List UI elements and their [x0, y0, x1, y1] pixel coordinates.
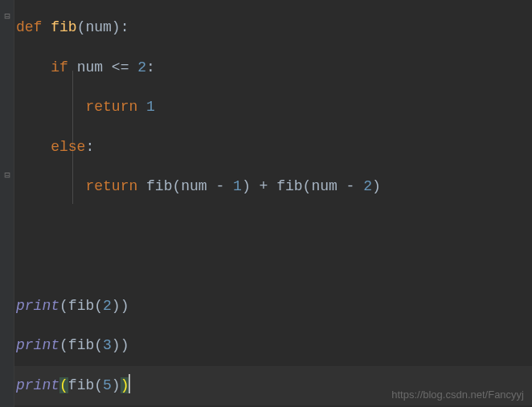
watermark-text: https://blog.csdn.net/Fancyyj	[391, 389, 524, 401]
keyword-return: return	[85, 178, 137, 194]
code-line-blank[interactable]	[14, 246, 532, 287]
builtin-print: print	[16, 377, 59, 393]
editor-gutter: ⊟ ⊟	[0, 0, 14, 407]
code-line-blank[interactable]	[14, 207, 532, 247]
text-cursor	[129, 374, 130, 393]
code-editor[interactable]: def fib(num): if num <= 2: return 1 else…	[14, 0, 532, 405]
paren-match-open: (	[59, 377, 68, 393]
code-line-3[interactable]: return 1	[14, 88, 532, 128]
code-line-4[interactable]: else:	[14, 128, 532, 168]
code-line-1[interactable]: def fib(num):	[14, 8, 532, 48]
code-line-6[interactable]: print(fib(2))	[14, 287, 532, 327]
keyword-return: return	[85, 99, 137, 115]
builtin-print: print	[16, 337, 59, 353]
keyword-def: def	[16, 19, 42, 35]
keyword-else: else	[51, 139, 85, 155]
paren-match-close: )	[121, 377, 129, 393]
code-line-5[interactable]: return fib(num - 1) + fib(num - 2)	[14, 167, 532, 207]
fold-indicator-top[interactable]: ⊟	[2, 11, 13, 22]
builtin-print: print	[16, 298, 59, 314]
code-line-2[interactable]: if num <= 2:	[14, 48, 532, 88]
code-line-7[interactable]: print(fib(3))	[14, 326, 532, 366]
keyword-if: if	[51, 59, 68, 75]
fold-indicator-bottom[interactable]: ⊟	[2, 170, 13, 181]
function-name: fib	[51, 19, 76, 35]
